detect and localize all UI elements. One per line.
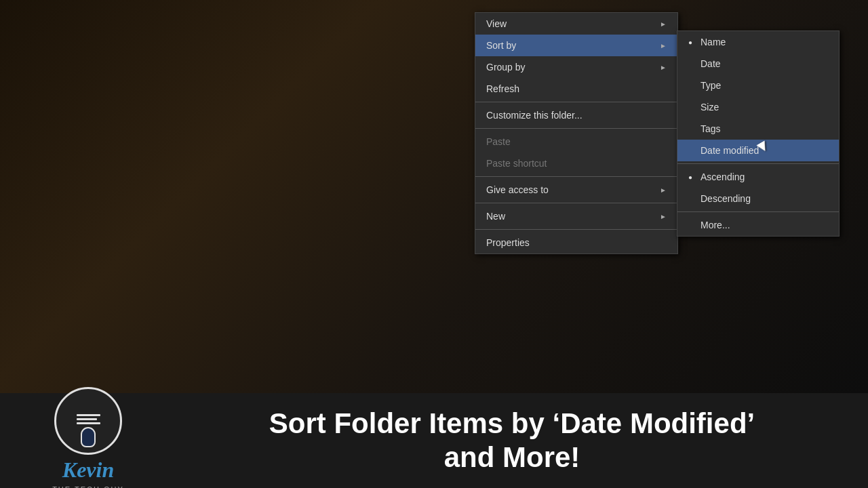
submenu-separator-1: [677, 163, 839, 164]
menu-item-paste[interactable]: Paste: [475, 131, 677, 152]
submenu-item-size[interactable]: Size: [677, 96, 839, 118]
submenu-item-name-label: Name: [701, 37, 726, 47]
menu-item-sort-by[interactable]: Sort by ►: [475, 35, 677, 56]
submenu-item-more[interactable]: More...: [677, 214, 839, 236]
menu-arrow-group-by: ►: [660, 64, 667, 71]
mouse-icon: [81, 427, 96, 447]
menu-item-view[interactable]: View ►: [475, 13, 677, 35]
menu-item-customize[interactable]: Customize this folder...: [475, 104, 677, 126]
menu-item-group-by-label: Group by: [486, 62, 526, 73]
menu-arrow-new: ►: [660, 213, 667, 220]
menu-item-give-access-label: Give access to: [486, 184, 549, 195]
sort-by-submenu[interactable]: ● Name Date Type Size Tags Date modified…: [677, 30, 840, 237]
logo-inner: [77, 414, 100, 427]
submenu-item-date-label: Date: [701, 58, 721, 69]
menu-item-sort-by-label: Sort by: [486, 40, 516, 51]
bullet-name: ●: [688, 39, 701, 46]
submenu-item-ascending-label: Ascending: [701, 171, 745, 182]
menu-item-new-label: New: [486, 211, 505, 222]
menu-item-new[interactable]: New ►: [475, 205, 677, 227]
menu-item-paste-shortcut-label: Paste shortcut: [486, 158, 547, 169]
submenu-item-name[interactable]: ● Name: [677, 31, 839, 53]
separator-4: [475, 203, 677, 203]
menu-arrow-view: ►: [660, 20, 667, 28]
logo-circle: [54, 387, 122, 455]
submenu-item-descending[interactable]: Descending: [677, 188, 839, 209]
context-menu[interactable]: View ► Sort by ► Group by ► Refresh Cust…: [475, 12, 678, 254]
menu-item-properties-label: Properties: [486, 237, 530, 248]
logo-area: Kevin THE TECH GUY: [20, 387, 156, 489]
submenu-item-tags-label: Tags: [701, 123, 721, 134]
submenu-item-descending-label: Descending: [701, 193, 751, 204]
menu-item-paste-shortcut[interactable]: Paste shortcut: [475, 152, 677, 174]
menu-item-paste-label: Paste: [486, 136, 511, 147]
submenu-item-tags[interactable]: Tags: [677, 118, 839, 140]
logo-sub-text: THE TECH GUY: [52, 485, 124, 489]
menu-item-refresh[interactable]: Refresh: [475, 78, 677, 100]
logo-line-3: [77, 422, 100, 424]
menu-item-give-access[interactable]: Give access to ►: [475, 179, 677, 201]
mouse-cursor: [758, 142, 768, 156]
separator-1: [475, 102, 677, 102]
bottom-bar: Kevin THE TECH GUY Sort Folder Items by …: [0, 393, 868, 488]
bullet-ascending: ●: [688, 174, 701, 181]
submenu-item-size-label: Size: [701, 102, 719, 113]
menu-item-properties[interactable]: Properties: [475, 232, 677, 253]
logo-kevin-text: Kevin: [62, 458, 114, 482]
title-line1: Sort Folder Items by ‘Date Modified’: [176, 407, 848, 441]
submenu-item-date[interactable]: Date: [677, 53, 839, 75]
logo-line-1: [77, 414, 100, 416]
menu-arrow-sort-by: ►: [660, 42, 667, 49]
title-line2: and More!: [176, 441, 848, 474]
menu-item-customize-label: Customize this folder...: [486, 110, 583, 121]
submenu-separator-2: [677, 211, 839, 212]
submenu-item-type[interactable]: Type: [677, 75, 839, 96]
submenu-item-type-label: Type: [701, 80, 721, 91]
bottom-title: Sort Folder Items by ‘Date Modified’ and…: [176, 407, 848, 475]
submenu-item-date-modified-label: Date modified: [701, 145, 759, 156]
menu-item-group-by[interactable]: Group by ►: [475, 56, 677, 78]
submenu-item-more-label: More...: [701, 220, 730, 230]
menu-arrow-give-access: ►: [660, 186, 667, 194]
menu-item-refresh-label: Refresh: [486, 83, 519, 94]
separator-3: [475, 176, 677, 177]
logo-line-2: [77, 418, 97, 420]
submenu-item-ascending[interactable]: ● Ascending: [677, 166, 839, 188]
separator-5: [475, 229, 677, 230]
menu-item-view-label: View: [486, 18, 507, 29]
separator-2: [475, 128, 677, 129]
